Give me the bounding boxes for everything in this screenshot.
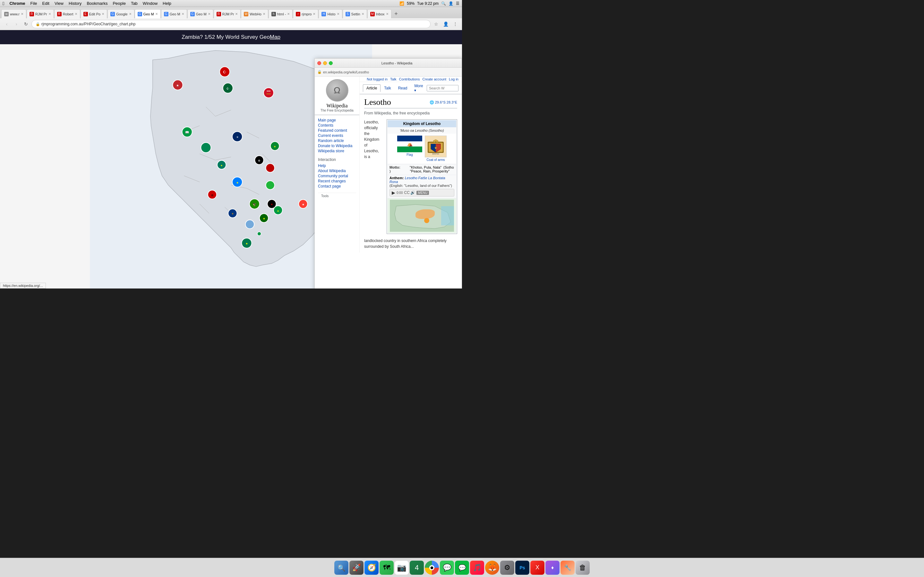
tab-8-close[interactable]: ✕ [208,12,210,16]
user-icon[interactable]: 👤 [449,1,453,6]
sidebar-item-current-events[interactable]: Current events [318,133,356,138]
tab-5-close[interactable]: ✕ [129,12,132,16]
audio-player[interactable]: ▶ 0:00 CC 🔊 MENU [389,189,454,197]
tab-2[interactable]: R RJM Pr ✕ [27,9,54,18]
talk-link[interactable]: Talk [390,77,397,81]
log-in-link[interactable]: Log in [449,77,459,81]
tab-4-close[interactable]: ✕ [102,12,104,16]
flag-white-stripe: ⛺ [397,141,422,147]
coat-arms-label[interactable]: Coat of arms [425,158,447,161]
tab-6-active[interactable]: G Geo M ✕ [135,9,161,18]
menu-file[interactable]: File [28,1,40,6]
new-tab-button[interactable]: + [392,9,401,18]
tab-15[interactable]: M Inbox ✕ [367,9,391,18]
tab-read[interactable]: Read [395,84,411,92]
sidebar-item-about[interactable]: About Wikipedia [318,168,356,173]
wiki-globe-logo[interactable]: Ω [326,79,349,102]
tab-15-close[interactable]: ✕ [386,12,389,16]
search-icon[interactable]: 🔍 [441,1,446,6]
sidebar-item-random-article[interactable]: Random article [318,138,356,143]
infobox-map-row [388,198,456,233]
audio-captions-icon[interactable]: CC [404,190,409,195]
bookmark-star-icon[interactable]: ☆ [432,20,440,28]
menu-help[interactable]: Help [160,1,174,6]
menu-history[interactable]: History [66,1,84,6]
wiki-content[interactable]: Ω Wikipedia The Free Encyclopedia Main p… [315,77,462,288]
wiki-address-bar[interactable]: 🔒 en.wikipedia.org/wiki/Lesotho [315,68,462,77]
tab-13-close[interactable]: ✕ [337,12,339,16]
article-coordinates[interactable]: 🌐 29.6°S 28.3°E [430,100,457,105]
tab-talk[interactable]: Talk [381,84,394,92]
menu-window[interactable]: Window [140,1,160,6]
sidebar-item-featured-content[interactable]: Featured content [318,128,356,133]
tab-article[interactable]: Article [363,84,381,92]
back-button[interactable]: ‹ [3,20,11,28]
notifications-icon[interactable]: ☰ [456,1,459,6]
tab-7-close[interactable]: ✕ [182,12,184,16]
tab-3[interactable]: R Robert ✕ [54,9,80,18]
sidebar-item-help[interactable]: Help [318,163,356,168]
menu-tab[interactable]: Tab [128,1,140,6]
window-maximize-button[interactable] [329,61,333,65]
more-options-icon[interactable]: ⋮ [451,20,459,28]
tab-9-close[interactable]: ✕ [235,12,238,16]
svg-text:★: ★ [236,181,239,184]
wiki-wordmark[interactable]: Wikipedia [326,103,348,109]
create-account-link[interactable]: Create account [422,77,446,81]
tab-1-close[interactable]: ✕ [21,12,23,16]
geo-map-page: Zambia? 1/52 My World Survey Geo Map [0,30,462,288]
sidebar-item-donate[interactable]: Donate to Wikipedia [318,143,356,148]
tab-4[interactable]: E Edit Po ✕ [81,9,107,18]
menu-edit[interactable]: Edit [40,1,52,6]
tab-10-close[interactable]: ✕ [263,12,265,16]
play-button[interactable]: ▶ [392,190,395,195]
menu-view[interactable]: View [52,1,66,6]
infobox-title: Kingdom of Lesotho [388,120,456,127]
tab-12[interactable]: r rjmpro ✕ [293,9,318,18]
tab-1[interactable]: w www.r ✕ [1,9,26,18]
tab-3-close[interactable]: ✕ [75,12,78,16]
tab-5[interactable]: G Google ✕ [107,9,134,18]
menu-people[interactable]: People [110,1,128,6]
tab-13[interactable]: H Histo ✕ [318,9,342,18]
sidebar-item-contact[interactable]: Contact page [318,184,356,189]
nav-bar: ‹ › ↻ 🔒 rjmprogramming.com.au/PHP/GeoCha… [0,18,462,30]
user-profile-icon[interactable]: 👤 [441,20,450,28]
audio-menu-button[interactable]: MENU [417,191,429,195]
sidebar-item-contents[interactable]: Contents [318,123,356,128]
forward-button[interactable]: › [12,20,21,28]
reload-button[interactable]: ↻ [22,20,30,28]
sidebar-item-community[interactable]: Community portal [318,173,356,179]
apple-menu[interactable]:  [3,1,4,6]
map-link[interactable]: Map [270,34,280,40]
sidebar-item-store[interactable]: Wikipedia store [318,148,356,153]
wiki-search-input[interactable] [427,85,459,91]
tab-11[interactable]: h html - ✕ [268,9,293,18]
contributions-link[interactable]: Contributions [399,77,420,81]
tab-more[interactable]: More ▾ [411,82,427,94]
motto-lang-link[interactable]: Sotho [445,165,454,169]
sidebar-item-recent-changes[interactable]: Recent changes [318,179,356,184]
flag-label[interactable]: Flag [397,153,422,156]
geo-map-header: Zambia? 1/52 My World Survey Geo Map [0,30,462,44]
tab-9[interactable]: R RJM Pr ✕ [214,9,241,18]
tab-6-close[interactable]: ✕ [155,12,158,16]
tab-2-close[interactable]: ✕ [48,12,51,16]
tab-14-close[interactable]: ✕ [362,12,364,16]
menu-bookmarks[interactable]: Bookmarks [84,1,110,6]
window-close-button[interactable] [317,61,321,65]
tab-10[interactable]: W WebHo ✕ [241,9,268,18]
tab-11-close[interactable]: ✕ [287,12,290,16]
tab-14[interactable]: S Settin ✕ [342,9,367,18]
tab-7[interactable]: G Geo M ✕ [161,9,187,18]
menu-chrome[interactable]: Chrome [7,1,27,6]
address-bar[interactable]: 🔒 rjmprogramming.com.au/PHP/GeoChart/geo… [31,20,431,28]
window-minimize-button[interactable] [323,61,327,65]
tab-12-close[interactable]: ✕ [313,12,315,16]
sidebar-item-main-page[interactable]: Main page [318,118,356,123]
tab-8[interactable]: G Geo M ✕ [187,9,213,18]
sesotho-link[interactable]: Sesotho [430,129,443,132]
url-text[interactable]: rjmprogramming.com.au/PHP/GeoChart/geo_c… [41,22,136,26]
wiki-search-box[interactable]: 🔍 [427,85,459,91]
audio-volume-icon[interactable]: 🔊 [410,190,415,195]
